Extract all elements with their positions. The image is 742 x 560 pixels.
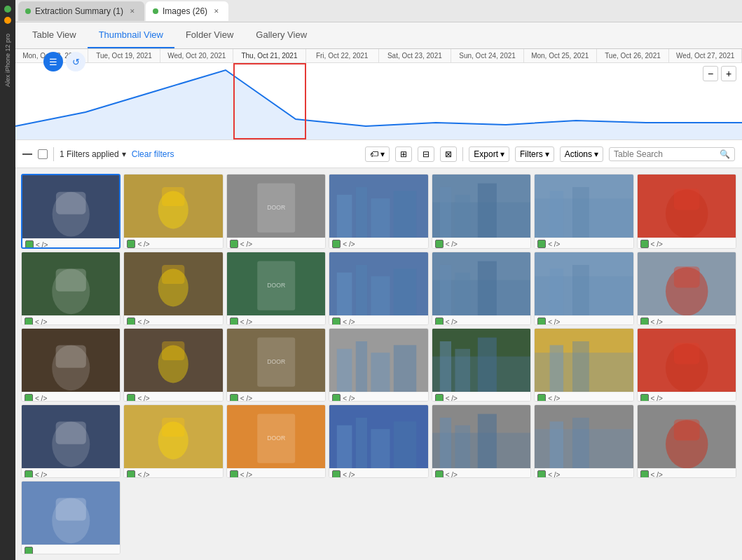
thumb-check-7[interactable] [640, 240, 649, 248]
tab-table-view[interactable]: Table View [21, 22, 88, 48]
zoom-in-btn[interactable]: + [721, 66, 736, 81]
thumb-check-16[interactable] [127, 394, 135, 402]
thumb-check-10[interactable] [230, 317, 238, 325]
thumb-footer-22: < /> [22, 468, 120, 478]
thumb-image-5 [432, 175, 530, 238]
clear-filters-btn[interactable]: Clear filters [132, 149, 174, 159]
columns-icon-btn[interactable]: ⊟ [418, 146, 434, 162]
toolbar-select-all-check[interactable] [38, 149, 48, 159]
thumbnail-item-27[interactable]: < /> [534, 404, 633, 478]
thumbnail-item-17[interactable]: DOOR < /> [226, 328, 326, 402]
thumbnail-item-24[interactable]: DOOR < /> [226, 404, 326, 478]
svg-rect-26 [673, 189, 699, 210]
timeline-list-btn[interactable]: ☰ [43, 52, 63, 71]
thumbnail-item-8[interactable]: < /> [21, 252, 121, 325]
thumbnail-item-19[interactable]: < /> [432, 328, 531, 402]
thumb-label-15: < /> [35, 395, 47, 402]
tag-icon-btn[interactable]: 🏷 ▾ [365, 146, 390, 162]
thumbnail-item-28[interactable]: < /> [637, 404, 736, 478]
tab-images[interactable]: Images (26) ✕ [146, 1, 228, 21]
thumbnail-item-22[interactable]: < /> [21, 404, 121, 478]
thumbnail-item-10[interactable]: DOOR < /> [226, 252, 326, 325]
tab-extraction[interactable]: Extraction Summary (1) ✕ [18, 1, 144, 21]
timeline-date-2[interactable]: Wed, Oct 20, 2021 [160, 49, 233, 62]
thumbnail-item-9[interactable]: < /> [123, 252, 223, 325]
filter-dropdown-icon[interactable]: ▾ [122, 149, 126, 159]
thumb-label-27: < /> [548, 471, 560, 479]
thumbnail-item-16[interactable]: < /> [123, 328, 223, 402]
thumbnail-item-14[interactable]: < /> [637, 252, 736, 325]
layout-icon-btn[interactable]: ⊠ [440, 146, 457, 162]
thumb-check-5[interactable] [435, 240, 444, 248]
thumb-check-14[interactable] [640, 317, 649, 325]
thumb-image-13 [535, 252, 633, 315]
zoom-out-btn[interactable]: − [703, 66, 718, 81]
thumb-check-6[interactable] [537, 240, 546, 248]
thumb-check-20[interactable] [537, 394, 546, 402]
thumb-check-8[interactable] [25, 317, 33, 325]
export-btn[interactable]: Export ▾ [469, 146, 509, 162]
thumb-check-24[interactable] [230, 470, 238, 478]
thumb-check-9[interactable] [127, 317, 135, 325]
thumb-check-29[interactable] [25, 547, 33, 554]
thumbnail-item-7[interactable]: < /> [637, 174, 736, 249]
tab-images-close[interactable]: ✕ [212, 6, 221, 16]
tab-gallery-view[interactable]: Gallery View [245, 22, 318, 48]
thumb-check-18[interactable] [332, 394, 341, 402]
thumb-check-19[interactable] [435, 394, 444, 402]
toolbar-select-all-dash[interactable] [22, 153, 32, 155]
tab-thumbnail-view[interactable]: Thumbnail View [88, 22, 174, 48]
thumb-image-21 [638, 329, 736, 392]
thumbnail-item-12[interactable]: < /> [432, 252, 531, 325]
thumbnail-item-5[interactable]: < /> [432, 174, 531, 249]
thumb-check-21[interactable] [640, 394, 649, 402]
search-box[interactable]: 🔍 [609, 147, 735, 161]
thumbnail-item-6[interactable]: < /> [534, 174, 633, 249]
grid-icon-btn[interactable]: ⊞ [395, 146, 412, 162]
thumbnail-item-26[interactable]: < /> [432, 404, 531, 478]
thumb-check-22[interactable] [25, 470, 33, 478]
timeline-date-9[interactable]: Wed, Oct 27, 2021 [669, 49, 742, 62]
timeline-date-4[interactable]: Fri, Oct 22, 2021 [306, 49, 379, 62]
thumb-check-13[interactable] [537, 317, 546, 325]
tab-folder-view[interactable]: Folder View [174, 22, 245, 48]
timeline-date-6[interactable]: Sun, Oct 24, 2021 [451, 49, 524, 62]
thumbnail-item-25[interactable]: < /> [329, 404, 428, 478]
thumbnail-item-21[interactable]: < /> [637, 328, 736, 402]
search-input[interactable] [614, 149, 720, 159]
filters-btn[interactable]: Filters ▾ [515, 146, 554, 162]
thumb-check-26[interactable] [435, 470, 444, 478]
thumb-image-12 [432, 252, 530, 315]
thumbnail-item-15[interactable]: < /> [21, 328, 121, 402]
timeline-date-3[interactable]: Thu, Oct 21, 2021 [233, 49, 306, 62]
thumbnail-item-13[interactable]: < /> [534, 252, 633, 325]
thumbnail-item-2[interactable]: < /> [123, 174, 223, 249]
timeline-date-5[interactable]: Sat, Oct 23, 2021 [379, 49, 452, 62]
thumbnail-item-20[interactable]: < /> [534, 328, 633, 402]
thumb-check-28[interactable] [640, 470, 649, 478]
thumb-check-23[interactable] [127, 470, 135, 478]
thumb-check-11[interactable] [332, 317, 341, 325]
thumb-check-12[interactable] [435, 317, 444, 325]
timeline-refresh-btn[interactable]: ↺ [66, 52, 85, 71]
tab-extraction-close[interactable]: ✕ [128, 6, 137, 16]
timeline-date-1[interactable]: Tue, Oct 19, 2021 [88, 49, 161, 62]
thumb-check-1[interactable] [25, 240, 34, 249]
timeline-date-8[interactable]: Tue, Oct 26, 2021 [597, 49, 670, 62]
thumb-check-27[interactable] [537, 470, 546, 478]
actions-btn[interactable]: Actions ▾ [560, 146, 603, 162]
thumbnail-item-1[interactable]: < /> [21, 174, 121, 249]
thumb-check-15[interactable] [25, 394, 33, 402]
thumbnail-item-3[interactable]: DOOR < /> [226, 174, 326, 249]
thumbnail-item-29[interactable] [21, 481, 121, 554]
thumb-check-4[interactable] [332, 240, 341, 248]
thumb-check-3[interactable] [230, 240, 238, 248]
thumb-check-25[interactable] [332, 470, 341, 478]
timeline-date-7[interactable]: Mon, Oct 25, 2021 [524, 49, 597, 62]
thumb-check-17[interactable] [230, 394, 238, 402]
thumb-check-2[interactable] [127, 240, 135, 248]
thumbnail-item-11[interactable]: < /> [329, 252, 428, 325]
thumbnail-item-23[interactable]: < /> [123, 404, 223, 478]
thumbnail-item-4[interactable]: < /> [329, 174, 428, 249]
thumbnail-item-18[interactable]: < /> [329, 328, 428, 402]
